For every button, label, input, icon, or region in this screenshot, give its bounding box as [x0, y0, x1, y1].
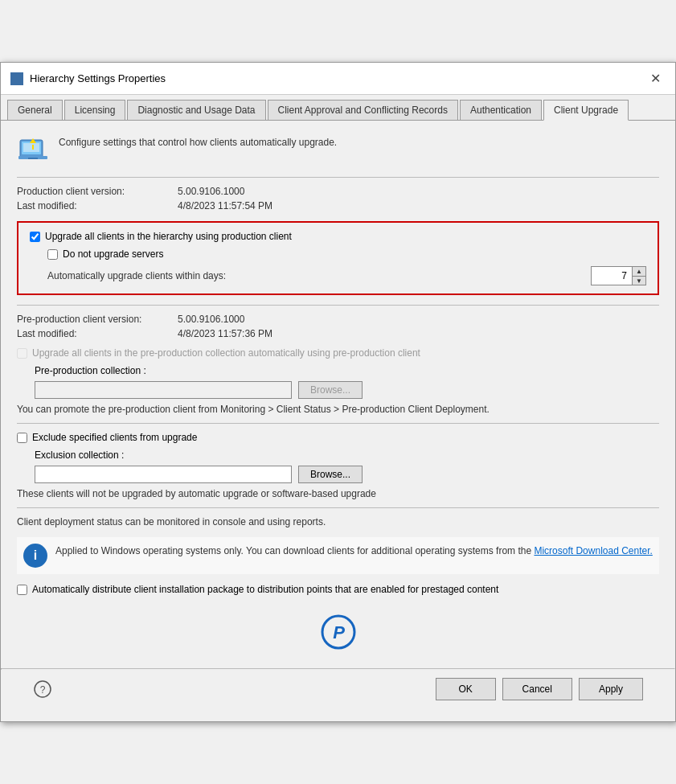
upgrade-all-label: Upgrade all clients in the hierarchy usi… [45, 231, 292, 242]
preprod-upgrade-checkbox[interactable] [17, 348, 27, 359]
preprod-collection-label: Pre-production collection : [35, 365, 146, 376]
svg-rect-4 [28, 158, 38, 159]
preprod-collection-label-row: Pre-production collection : [35, 365, 659, 376]
title-bar-left: Hierarchy Settings Properties [10, 72, 166, 85]
brand-area: P [17, 614, 659, 655]
window-icon [10, 72, 23, 85]
tab-licensing[interactable]: Licensing [64, 100, 126, 120]
hierarchy-settings-window: Hierarchy Settings Properties ✕ General … [0, 62, 676, 722]
main-content: Configure settings that control how clie… [1, 121, 675, 721]
exclusion-input-browse-row: Browse... [35, 466, 659, 483]
preprod-upgrade-label: Upgrade all clients in the pre-productio… [32, 347, 420, 359]
title-bar: Hierarchy Settings Properties ✕ [1, 63, 675, 95]
upgrade-settings-section: Upgrade all clients in the hierarchy usi… [17, 221, 659, 295]
close-button[interactable]: ✕ [645, 69, 666, 88]
divider-2 [17, 305, 659, 306]
tabs-bar: General Licensing Diagnostic and Usage D… [1, 95, 675, 121]
preprod-version-row: Pre-production client version: 5.00.9106… [17, 314, 659, 325]
info-box: i Applied to Windows operating systems o… [17, 537, 659, 574]
info-icon: i [23, 544, 47, 568]
preprod-version-label: Pre-production client version: [17, 314, 178, 325]
exclusion-collection-label: Exclusion collection : [35, 449, 124, 461]
upgrade-all-row: Upgrade all clients in the hierarchy usi… [30, 231, 646, 242]
spinbox-down-button[interactable]: ▼ [633, 276, 645, 285]
do-not-upgrade-row: Do not upgrade servers [47, 248, 646, 260]
footer-help-icon[interactable]: ? [33, 679, 52, 699]
production-modified-row: Last modified: 4/8/2023 11:57:54 PM [17, 200, 659, 211]
spinbox-up-button[interactable]: ▲ [633, 267, 645, 276]
divider-4 [17, 507, 659, 508]
tab-general[interactable]: General [7, 100, 63, 120]
preprod-modified-value: 4/8/2023 11:57:36 PM [178, 328, 272, 339]
auto-distribute-checkbox[interactable] [17, 585, 27, 595]
production-modified-value: 4/8/2023 11:57:54 PM [178, 200, 272, 211]
deployment-status-note: Client deployment status can be monitore… [17, 516, 659, 527]
microsoft-download-link[interactable]: Microsoft Download Center. [534, 545, 652, 556]
svg-text:P: P [333, 622, 345, 642]
header-description: Configure settings that control how clie… [59, 133, 337, 148]
tab-authentication[interactable]: Authentication [460, 100, 542, 120]
apply-button[interactable]: Apply [579, 678, 643, 700]
tab-client-upgrade[interactable]: Client Upgrade [543, 100, 629, 121]
exclude-clients-checkbox[interactable] [17, 433, 27, 443]
exclusion-note: These clients will not be upgraded by au… [17, 488, 659, 499]
auto-distribute-row: Automatically distribute client installa… [17, 584, 659, 595]
upgrade-all-checkbox[interactable] [30, 232, 40, 242]
preprod-browse-button[interactable]: Browse... [298, 381, 363, 399]
footer-left: ? [33, 679, 52, 699]
production-version-label: Production client version: [17, 186, 178, 197]
info-box-text: Applied to Windows operating systems onl… [55, 544, 653, 558]
auto-upgrade-row: Automatically upgrade clients within day… [47, 266, 646, 285]
window-title: Hierarchy Settings Properties [30, 72, 166, 84]
divider-3 [17, 423, 659, 424]
svg-text:?: ? [40, 684, 46, 696]
production-modified-label: Last modified: [17, 200, 178, 211]
spinbox-buttons: ▲ ▼ [632, 267, 645, 285]
auto-upgrade-label: Automatically upgrade clients within day… [47, 270, 591, 281]
promote-note: You can promote the pre-production clien… [17, 404, 659, 415]
divider-1 [17, 177, 659, 178]
exclusion-collection-input[interactable] [35, 466, 292, 483]
cancel-button[interactable]: Cancel [502, 678, 572, 700]
preprod-collection-input[interactable] [35, 381, 292, 399]
exclusion-collection-label-row: Exclusion collection : [35, 449, 659, 461]
auto-upgrade-spinbox: ▲ ▼ [591, 266, 646, 285]
footer-buttons: OK Cancel Apply [436, 678, 643, 700]
preprod-version-value: 5.00.9106.1000 [178, 314, 244, 325]
auto-upgrade-input[interactable] [592, 267, 632, 285]
auto-distribute-label: Automatically distribute client installa… [32, 584, 498, 595]
upgrade-icon [17, 133, 49, 166]
exclude-clients-label: Exclude specified clients from upgrade [32, 432, 197, 443]
preprod-upgrade-row: Upgrade all clients in the pre-productio… [17, 347, 659, 359]
header-section: Configure settings that control how clie… [17, 133, 659, 166]
exclude-row: Exclude specified clients from upgrade [17, 432, 659, 443]
info-box-main-text: Applied to Windows operating systems onl… [55, 545, 534, 556]
svg-rect-2 [23, 143, 39, 152]
production-version-row: Production client version: 5.00.9106.100… [17, 186, 659, 197]
footer: ? OK Cancel Apply [17, 670, 659, 708]
tab-client-approval[interactable]: Client Approval and Conflicting Records [268, 100, 458, 120]
production-version-value: 5.00.9106.1000 [178, 186, 244, 197]
preprod-modified-row: Last modified: 4/8/2023 11:57:36 PM [17, 328, 659, 339]
tab-diagnostic[interactable]: Diagnostic and Usage Data [127, 100, 265, 120]
exclusion-browse-button[interactable]: Browse... [298, 466, 363, 483]
do-not-upgrade-checkbox[interactable] [47, 249, 58, 260]
do-not-upgrade-label: Do not upgrade servers [63, 248, 163, 260]
brand-logo: P [17, 614, 659, 655]
preprod-modified-label: Last modified: [17, 328, 178, 339]
preprod-input-browse-row: Browse... [35, 381, 659, 399]
ok-button[interactable]: OK [436, 678, 496, 700]
